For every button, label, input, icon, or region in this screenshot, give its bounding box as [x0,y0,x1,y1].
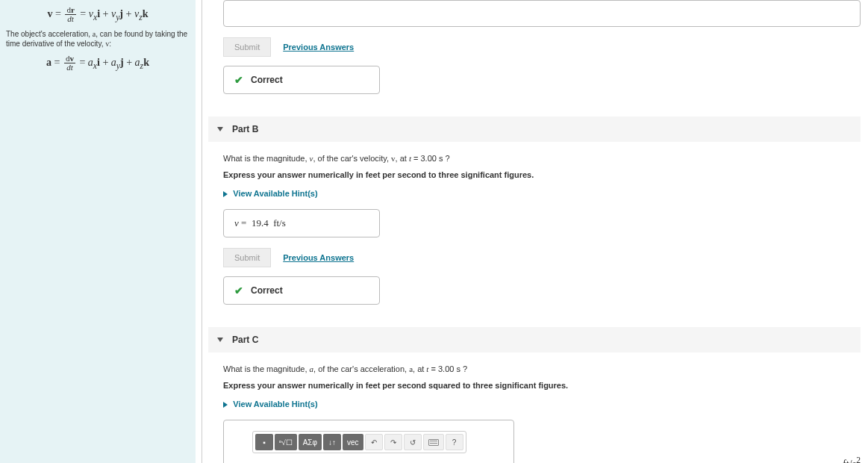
partB-answer-display: v = 19.4 ft/s [223,209,380,237]
theory-sidebar: v = drdt = vxi + vyj + vzk The object's … [0,0,196,463]
updown-tool-button[interactable]: ↓↑ [323,434,341,450]
partB-header[interactable]: Part B [208,116,861,142]
partB-submit-button: Submit [223,248,271,267]
partB-hints[interactable]: View Available Hint(s) [223,188,861,199]
partA-previous-answers-link[interactable]: Previous Answers [283,43,354,52]
help-button[interactable]: ? [446,434,463,450]
partB-question: What is the magnitude, v, of the car's v… [223,154,861,163]
partB-hints-link[interactable]: View Available Hint(s) [233,189,317,198]
partB-instruction: Express your answer numerically in feet … [223,170,861,179]
reset-button[interactable]: ↺ [404,434,422,450]
acceleration-description: The object's acceleration, a, can be fou… [6,29,190,49]
redo-button[interactable]: ↷ [384,434,402,450]
partC-header[interactable]: Part C [208,327,861,352]
sqrt-tool-button[interactable]: ⁿ√☐ [275,434,297,450]
partC-units: ft/s2 [828,456,861,463]
partB-correct-box: ✔ Correct [223,276,380,305]
check-icon: ✔ [234,285,243,296]
partB-submit-row: Submit Previous Answers [223,248,861,267]
partA-correct-label: Correct [251,75,283,85]
keyboard-icon [428,439,439,446]
caret-down-icon [217,127,223,131]
partC-question: What is the magnitude, a, of the car's a… [223,364,861,373]
main-content: Submit Previous Answers ✔ Correct Part B… [208,0,868,463]
caret-right-icon [223,191,228,197]
partA-correct-box: ✔ Correct [223,66,380,94]
template-tool-button[interactable]: ▪ [255,434,273,450]
partB-title: Part B [232,124,258,134]
equation-toolbar: ▪ ⁿ√☐ ΑΣφ ↓↑ vec ↶ ↷ ↺ ? [252,431,466,453]
partC-input-panel: ▪ ⁿ√☐ ΑΣφ ↓↑ vec ↶ ↷ ↺ ? a = [223,420,514,463]
partC-hints[interactable]: View Available Hint(s) [223,399,861,409]
partB-previous-answers-link[interactable]: Previous Answers [283,253,354,262]
caret-down-icon [217,338,223,342]
partA-answer-box [223,0,861,27]
undo-button[interactable]: ↶ [365,434,383,450]
partA-submit-row: Submit Previous Answers [223,37,861,57]
partB-correct-label: Correct [251,285,283,296]
partC-title: Part C [232,335,258,345]
partC-hints-link[interactable]: View Available Hint(s) [233,400,317,408]
vec-tool-button[interactable]: vec [343,434,363,450]
partA-submit-button: Submit [223,37,271,57]
vertical-divider [202,0,202,463]
caret-right-icon [223,402,228,408]
keyboard-button[interactable] [423,434,444,450]
greek-tool-button[interactable]: ΑΣφ [299,434,322,450]
velocity-formula: v = drdt = vxi + vyj + vzk [6,6,190,23]
acceleration-formula: a = dvdt = axi + ayj + azk [6,55,190,72]
check-icon: ✔ [234,74,243,86]
partC-instruction: Express your answer numerically in feet … [223,381,861,390]
